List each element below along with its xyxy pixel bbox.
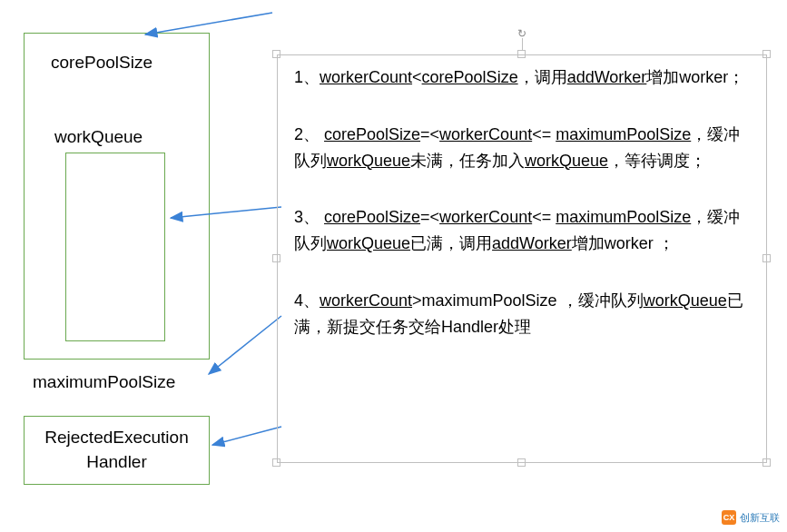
rule-3: 3、 corePoolSize=<workerCount<= maximumPo… bbox=[294, 204, 750, 257]
rule3-mid2: 已满，调用 bbox=[410, 234, 492, 252]
watermark: CX 创新互联 bbox=[722, 510, 780, 525]
rule3-le1: =< bbox=[420, 208, 439, 226]
rejected-handler-box: RejectedExecution Handler bbox=[24, 416, 210, 485]
rule4-workQueue: workQueue bbox=[644, 291, 727, 310]
arrow-rule4-to-reject bbox=[212, 427, 281, 445]
watermark-icon: CX bbox=[722, 510, 736, 525]
rule1-mid: ，调用 bbox=[518, 68, 567, 86]
rule2-le1: =< bbox=[420, 125, 439, 143]
arrow-rule3-to-max bbox=[209, 316, 281, 374]
rule3-workQueue: workQueue bbox=[327, 234, 410, 252]
watermark-text: 创新互联 bbox=[740, 511, 780, 525]
rule3-prefix: 3、 bbox=[294, 208, 324, 226]
rule4-prefix: 4、 bbox=[294, 291, 320, 310]
rejected-handler-line2: Handler bbox=[86, 452, 147, 471]
rule4-gt: > bbox=[412, 291, 422, 310]
rule3-corePoolSize: corePoolSize bbox=[324, 208, 420, 226]
work-queue-box bbox=[65, 153, 165, 341]
rejected-handler-line1: RejectedExecution bbox=[44, 428, 188, 447]
rule2-prefix: 2、 bbox=[294, 125, 324, 143]
rule-2: 2、 corePoolSize=<workerCount<= maximumPo… bbox=[294, 122, 750, 174]
core-pool-size-label: corePoolSize bbox=[51, 53, 152, 73]
rule1-tail: 增加worker； bbox=[646, 68, 744, 86]
work-queue-label: workQueue bbox=[54, 127, 143, 147]
rule-1: 1、workerCount<corePoolSize，调用addWorker增加… bbox=[294, 64, 750, 91]
rule3-le2: <= bbox=[532, 208, 551, 226]
rule1-prefix: 1、 bbox=[294, 68, 320, 86]
rule4-mid1: ，缓冲队列 bbox=[557, 291, 644, 310]
rule2-mid2: 未满，任务加入 bbox=[410, 152, 525, 170]
arrow-rule1-to-core bbox=[145, 13, 272, 34]
rule3-tail: 增加worker ； bbox=[572, 234, 674, 252]
rotate-handle-icon[interactable]: ↻ bbox=[517, 27, 528, 38]
rule2-workerCount: workerCount bbox=[439, 125, 532, 143]
rule4-maximumPoolSize: maximumPoolSize bbox=[422, 291, 557, 310]
maximum-pool-size-label: maximumPoolSize bbox=[33, 372, 175, 392]
rule3-addWorker: addWorker bbox=[492, 234, 572, 252]
rule2-corePoolSize: corePoolSize bbox=[324, 125, 420, 143]
rule3-maximumPoolSize: maximumPoolSize bbox=[556, 208, 691, 226]
rule1-workerCount: workerCount bbox=[320, 68, 412, 86]
rule-4: 4、workerCount>maximumPoolSize ，缓冲队列workQ… bbox=[294, 288, 750, 340]
rule1-addWorker: addWorker bbox=[567, 68, 647, 86]
rule1-lt: < bbox=[412, 68, 422, 86]
rotate-connector bbox=[522, 38, 523, 51]
rule2-workQueue1: workQueue bbox=[327, 152, 410, 170]
rule2-workQueue2: workQueue bbox=[525, 152, 608, 170]
rule2-le2: <= bbox=[532, 125, 551, 143]
rule1-corePoolSize: corePoolSize bbox=[422, 68, 518, 86]
rule2-tail: ，等待调度； bbox=[608, 152, 706, 170]
rule2-maximumPoolSize: maximumPoolSize bbox=[556, 125, 691, 143]
rule3-workerCount: workerCount bbox=[439, 208, 532, 226]
rule4-workerCount: workerCount bbox=[320, 291, 412, 310]
rules-text-box[interactable]: 1、workerCount<corePoolSize，调用addWorker增加… bbox=[277, 54, 767, 463]
